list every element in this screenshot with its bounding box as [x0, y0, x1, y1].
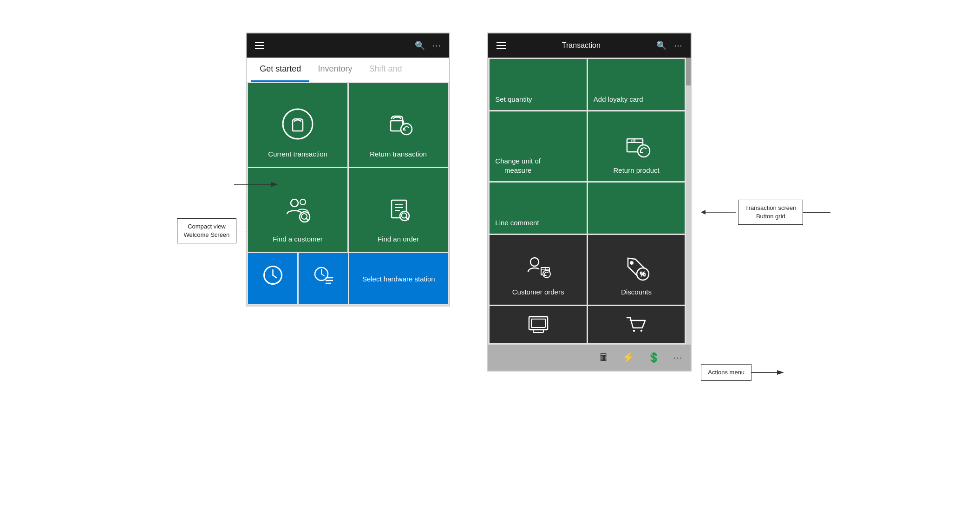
add-loyalty-button[interactable]: Add loyalty card [588, 59, 685, 110]
select-hardware-label: Select hardware station [362, 274, 435, 284]
svg-point-4 [401, 124, 412, 135]
svg-rect-41 [533, 330, 543, 333]
right-ellipsis-icon[interactable]: ⋯ [674, 40, 682, 51]
svg-point-29 [638, 145, 650, 157]
current-transaction-button[interactable]: Current transaction [248, 83, 347, 167]
svg-point-6 [300, 199, 306, 205]
right-header-icons: 🔍 ⋯ [656, 40, 682, 51]
tab-shift[interactable]: Shift and [360, 58, 410, 82]
svg-point-36 [630, 261, 634, 264]
actions-menu-label: Actions menu [701, 364, 751, 381]
connector-arrow [234, 175, 281, 194]
return-transaction-button[interactable]: Return transaction [349, 83, 448, 167]
welcome-button-grid: Current transaction Return transaction [247, 82, 449, 253]
transaction-screen-phone: Transaction 🔍 ⋯ Set quantity Add loyalty… [487, 33, 692, 372]
svg-rect-40 [531, 319, 545, 327]
change-uom-button[interactable]: Change unit ofmeasure [490, 111, 587, 181]
select-hardware-button[interactable]: Select hardware station [349, 253, 448, 304]
clock-button-2[interactable] [299, 253, 348, 304]
search-icon[interactable]: 🔍 [415, 40, 425, 51]
line-comment-button[interactable]: Line comment [490, 183, 587, 234]
dollar-icon[interactable]: 💲 [647, 352, 660, 364]
bottom-buttons-row: Select hardware station [247, 253, 449, 306]
bag-icon [281, 108, 314, 144]
customer-orders-icon [524, 254, 552, 283]
tabs-row: Get started Inventory Shift and [247, 58, 449, 82]
svg-marker-45 [701, 210, 706, 215]
add-loyalty-label: Add loyalty card [594, 95, 643, 104]
svg-point-42 [633, 329, 635, 332]
right-header-title: Transaction [562, 41, 601, 50]
cart-icon [625, 313, 648, 336]
change-uom-label: Change unit ofmeasure [495, 157, 541, 175]
svg-line-17 [273, 275, 276, 278]
set-quantity-label: Set quantity [495, 95, 532, 104]
find-customer-icon [281, 193, 314, 229]
partial-tiles-row [488, 306, 691, 345]
find-order-button[interactable]: Find an order [349, 168, 448, 252]
customer-orders-label: Customer orders [512, 287, 564, 297]
welcome-screen-phone: 🔍 ⋯ Get started Inventory Shift and [246, 33, 450, 307]
right-wrapper: Transaction 🔍 ⋯ Set quantity Add loyalty… [487, 33, 803, 381]
right-hamburger-icon[interactable] [497, 42, 506, 49]
find-order-label: Find an order [378, 235, 419, 244]
discounts-label: Discounts [621, 287, 652, 297]
scrollbar-track[interactable] [686, 58, 691, 345]
svg-point-2 [283, 109, 313, 139]
clock-icon-1 [262, 265, 283, 290]
action-bar: 🖩 ⚡ 💲 ⋯ [488, 345, 691, 371]
empty-green-button[interactable] [588, 183, 685, 234]
svg-line-20 [321, 274, 324, 276]
svg-point-5 [291, 199, 298, 207]
right-search-icon[interactable]: 🔍 [656, 40, 666, 51]
set-quantity-button[interactable]: Set quantity [490, 59, 587, 110]
svg-point-35 [543, 270, 550, 278]
hamburger-icon[interactable] [255, 42, 264, 49]
current-transaction-label: Current transaction [268, 150, 327, 159]
clock-list-icon [313, 265, 334, 290]
line-comment-label: Line comment [495, 218, 539, 228]
svg-point-30 [530, 258, 539, 266]
customer-orders-button[interactable]: Customer orders [490, 235, 587, 305]
find-order-icon [382, 193, 415, 229]
svg-marker-1 [271, 182, 278, 187]
return-transaction-label: Return transaction [370, 150, 427, 159]
return-product-button[interactable]: Return product [588, 111, 685, 181]
register-partial-tile[interactable] [490, 306, 587, 343]
action-ellipsis-icon[interactable]: ⋯ [673, 352, 682, 363]
header-icons: 🔍 ⋯ [415, 40, 441, 51]
transaction-button-grid: Set quantity Add loyalty card Change uni… [488, 58, 691, 306]
bag-return-icon [382, 108, 415, 144]
register-icon [527, 313, 550, 336]
ellipsis-icon[interactable]: ⋯ [432, 40, 441, 51]
svg-point-43 [640, 329, 643, 332]
scroll-area: Set quantity Add loyalty card Change uni… [488, 58, 691, 345]
scrollbar-thumb[interactable] [686, 58, 691, 85]
transaction-screen-label: Transaction screenButton grid [738, 200, 803, 225]
left-panel: Compact view Welcome Screen 🔍 ⋯ Get star… [177, 33, 451, 307]
tab-inventory[interactable]: Inventory [309, 58, 360, 82]
compact-view-label: Compact view Welcome Screen [177, 218, 237, 243]
clock-button-1[interactable] [248, 253, 297, 304]
right-connector-arrow [701, 205, 738, 219]
cart-partial-tile[interactable] [588, 306, 685, 343]
discounts-button[interactable]: % Discounts [588, 235, 685, 305]
svg-text:%: % [640, 270, 646, 278]
lightning-icon[interactable]: ⚡ [622, 352, 634, 364]
return-product-label: Return product [613, 166, 659, 175]
left-header: 🔍 ⋯ [247, 33, 449, 58]
tab-get-started[interactable]: Get started [251, 58, 309, 82]
calculator-icon[interactable]: 🖩 [599, 352, 609, 364]
find-customer-label: Find a customer [273, 235, 323, 244]
right-header: Transaction 🔍 ⋯ [488, 33, 691, 58]
discounts-icon: % [622, 254, 650, 283]
box-return-icon [621, 130, 652, 161]
